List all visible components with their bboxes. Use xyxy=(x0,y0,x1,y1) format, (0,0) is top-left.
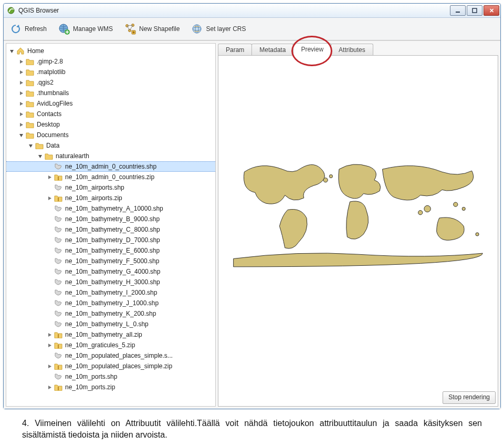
tree-item-label: ne_10m_ports.shp xyxy=(65,373,117,380)
tree-item-label: ne_10m_airports.shp xyxy=(65,184,124,191)
expand-toggle-icon[interactable] xyxy=(46,342,52,348)
folder-icon xyxy=(25,57,35,66)
stop-rendering-button[interactable]: Stop rendering xyxy=(443,391,496,404)
tree-item[interactable]: ne_10m_admin_0_countries.shp xyxy=(6,161,215,172)
shapefile-icon xyxy=(54,372,63,381)
tree-item[interactable]: ne_10m_admin_0_countries.zip xyxy=(6,172,215,182)
tree-item[interactable]: ne_10m_bathymetry_D_7000.shp xyxy=(6,235,215,245)
tree-item[interactable]: ne_10m_airports.zip xyxy=(6,193,215,203)
tree-item[interactable]: AvidLogFiles xyxy=(6,98,215,109)
tree-item[interactable]: Contacts xyxy=(6,109,215,119)
tree-item[interactable]: ne_10m_populated_places_simple.s... xyxy=(6,350,215,361)
tree-item[interactable]: .qgis2 xyxy=(6,77,215,88)
new-shapefile-icon xyxy=(124,23,136,35)
tree-item-label: ne_10m_populated_places_simple.zip xyxy=(65,362,172,370)
expand-toggle-icon[interactable] xyxy=(18,121,24,128)
tree-item[interactable]: ne_10m_populated_places_simple.zip xyxy=(6,361,215,371)
tree-item-label: ne_10m_ports.zip xyxy=(65,383,115,391)
expand-toggle-icon xyxy=(46,352,52,359)
close-button[interactable]: ✕ xyxy=(484,5,499,16)
toolbar: Refresh Manage WMS New Shapefile Set lay… xyxy=(4,18,500,40)
svg-rect-16 xyxy=(58,366,59,369)
tree-item-label: ne_10m_bathymetry_F_5000.shp xyxy=(65,257,159,265)
expand-toggle-icon[interactable] xyxy=(18,100,24,107)
tree-item[interactable]: ne_10m_bathymetry_H_3000.shp xyxy=(6,277,215,287)
expand-toggle-icon[interactable] xyxy=(18,90,24,96)
shapefile-icon xyxy=(54,309,63,318)
shapefile-icon xyxy=(54,278,63,286)
expand-toggle-icon xyxy=(46,374,52,380)
expand-toggle-icon[interactable] xyxy=(18,111,24,117)
expand-toggle-icon xyxy=(46,321,52,327)
tree-item[interactable]: ne_10m_bathymetry_B_9000.shp xyxy=(6,214,215,224)
tree-item[interactable]: Data xyxy=(6,140,215,151)
svg-rect-13 xyxy=(58,198,59,201)
tree-item[interactable]: .thumbnails xyxy=(6,88,215,98)
tree-item-home[interactable]: Home xyxy=(6,46,215,56)
expand-toggle-icon[interactable] xyxy=(18,69,24,75)
expand-toggle-icon[interactable] xyxy=(46,331,52,338)
expand-toggle-icon[interactable] xyxy=(46,384,52,390)
refresh-button[interactable]: Refresh xyxy=(8,22,49,36)
manage-wms-button[interactable]: Manage WMS xyxy=(56,22,115,36)
svg-point-20 xyxy=(454,202,458,206)
maximize-button[interactable] xyxy=(467,5,482,16)
tree-item[interactable]: ne_10m_ports.zip xyxy=(6,382,215,392)
expand-toggle-icon[interactable] xyxy=(46,174,52,180)
tree-scrollbar[interactable]: Home.gimp-2.8.matplotlib.qgis2.thumbnail… xyxy=(6,44,215,406)
expand-toggle-icon[interactable] xyxy=(8,48,15,54)
tree-item[interactable]: naturalearth xyxy=(6,151,215,161)
globe-plus-icon xyxy=(58,23,70,35)
tree-item[interactable]: ne_10m_bathymetry_G_4000.shp xyxy=(6,266,215,277)
tree-item[interactable]: Desktop xyxy=(6,119,215,130)
tree-item[interactable]: ne_10m_bathymetry_E_6000.shp xyxy=(6,245,215,256)
tab-attributes[interactable]: Attributes xyxy=(331,44,373,56)
expand-toggle-icon[interactable] xyxy=(18,58,24,65)
tree-item[interactable]: ne_10m_bathymetry_all.zip xyxy=(6,329,215,340)
tree-item-label: .thumbnails xyxy=(37,89,69,97)
expand-toggle-icon[interactable] xyxy=(18,132,24,138)
tree-item[interactable]: ne_10m_airports.shp xyxy=(6,182,215,193)
folder-icon xyxy=(25,68,35,76)
folder-icon xyxy=(25,89,35,97)
expand-toggle-icon[interactable] xyxy=(46,363,52,369)
svg-point-19 xyxy=(329,174,332,178)
svg-rect-1 xyxy=(456,12,460,13)
shapefile-icon xyxy=(54,288,63,297)
shapefile-icon xyxy=(54,320,63,328)
tree-item[interactable]: .matplotlib xyxy=(6,67,215,77)
tree-item[interactable]: ne_10m_bathymetry_K_200.shp xyxy=(6,308,215,319)
expand-toggle-icon[interactable] xyxy=(18,79,24,86)
tree-item[interactable]: Documents xyxy=(6,130,215,140)
svg-point-22 xyxy=(424,205,430,212)
tree-item[interactable]: ne_10m_graticules_5.zip xyxy=(6,340,215,350)
tab-preview[interactable]: Preview xyxy=(293,43,331,56)
tree-item-label: AvidLogFiles xyxy=(37,100,72,107)
tree-item-label: ne_10m_bathymetry_H_3000.shp xyxy=(65,278,160,286)
set-layer-crs-button[interactable]: Set layer CRS xyxy=(189,22,248,36)
tree-item[interactable]: ne_10m_bathymetry_C_8000.shp xyxy=(6,224,215,235)
tree-item[interactable]: ne_10m_bathymetry_I_2000.shp xyxy=(6,287,215,298)
manage-wms-label: Manage WMS xyxy=(73,25,113,33)
tree-item[interactable]: ne_10m_bathymetry_F_5000.shp xyxy=(6,256,215,266)
tree-item[interactable]: ne_10m_bathymetry_A_10000.shp xyxy=(6,203,215,214)
tree-item[interactable]: .gimp-2.8 xyxy=(6,56,215,67)
minimize-button[interactable] xyxy=(450,5,466,16)
expand-toggle-icon[interactable] xyxy=(27,142,34,149)
expand-toggle-icon[interactable] xyxy=(37,153,43,159)
expand-toggle-icon xyxy=(46,226,52,233)
expand-toggle-icon[interactable] xyxy=(46,195,52,201)
tree-item-label: .gimp-2.8 xyxy=(37,58,63,65)
tree-item[interactable]: ne_10m_bathymetry_J_1000.shp xyxy=(6,298,215,308)
tab-metadata[interactable]: Metadata xyxy=(251,44,293,56)
crs-globe-icon xyxy=(191,23,203,35)
tab-param[interactable]: Param xyxy=(218,44,252,56)
new-shapefile-button[interactable]: New Shapefile xyxy=(122,22,182,36)
folder-icon xyxy=(25,131,35,139)
tree-item[interactable]: ne_10m_ports.shp xyxy=(6,371,215,382)
expand-toggle-icon xyxy=(46,237,52,243)
right-pane: Param Metadata Preview Attributes xyxy=(218,43,498,407)
tree-item[interactable]: ne_10m_bathymetry_L_0.shp xyxy=(6,319,215,329)
expand-toggle-icon xyxy=(46,205,52,212)
shapefile-icon xyxy=(54,299,63,307)
